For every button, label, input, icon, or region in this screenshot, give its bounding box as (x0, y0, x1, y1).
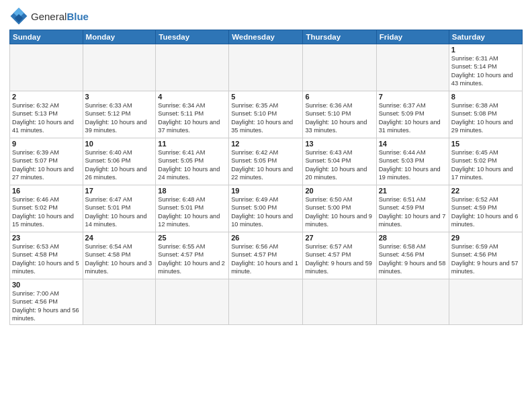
day-info: Sunrise: 6:41 AM Sunset: 5:05 PM Dayligh… (158, 148, 226, 182)
day-info: Sunrise: 6:31 AM Sunset: 5:14 PM Dayligh… (451, 54, 520, 88)
day-info: Sunrise: 6:45 AM Sunset: 5:02 PM Dayligh… (451, 148, 520, 182)
calendar-cell: 8Sunrise: 6:38 AM Sunset: 5:08 PM Daylig… (449, 91, 522, 138)
weekday-header-friday: Friday (376, 30, 449, 44)
day-number: 2 (12, 93, 81, 101)
day-info: Sunrise: 6:48 AM Sunset: 5:01 PM Dayligh… (158, 195, 226, 229)
day-number: 5 (231, 93, 300, 101)
day-number: 19 (231, 187, 300, 195)
day-number: 14 (379, 140, 447, 148)
calendar-cell: 23Sunrise: 6:53 AM Sunset: 4:58 PM Dayli… (10, 232, 83, 279)
day-number: 4 (158, 93, 226, 101)
day-number: 18 (158, 187, 226, 195)
day-info: Sunrise: 6:59 AM Sunset: 4:56 PM Dayligh… (451, 242, 520, 276)
calendar-cell (303, 44, 376, 91)
day-info: Sunrise: 6:40 AM Sunset: 5:06 PM Dayligh… (85, 148, 154, 182)
day-number: 27 (305, 234, 373, 242)
calendar-cell (156, 279, 229, 325)
calendar-cell: 16Sunrise: 6:46 AM Sunset: 5:02 PM Dayli… (10, 185, 83, 232)
calendar-cell: 24Sunrise: 6:54 AM Sunset: 4:58 PM Dayli… (83, 232, 156, 279)
calendar-cell: 7Sunrise: 6:37 AM Sunset: 5:09 PM Daylig… (376, 91, 449, 138)
weekday-header-row: SundayMondayTuesdayWednesdayThursdayFrid… (10, 30, 523, 44)
weekday-header-wednesday: Wednesday (229, 30, 303, 44)
calendar-cell: 22Sunrise: 6:52 AM Sunset: 4:59 PM Dayli… (449, 185, 522, 232)
day-number: 15 (451, 140, 520, 148)
day-number: 7 (379, 93, 447, 101)
weekday-header-saturday: Saturday (449, 30, 522, 44)
weekday-header-monday: Monday (83, 30, 156, 44)
calendar-cell (229, 44, 303, 91)
calendar-cell: 21Sunrise: 6:51 AM Sunset: 4:59 PM Dayli… (376, 185, 449, 232)
day-number: 11 (158, 140, 226, 148)
day-number: 16 (12, 187, 81, 195)
day-number: 25 (158, 234, 226, 242)
calendar-cell: 13Sunrise: 6:43 AM Sunset: 5:04 PM Dayli… (303, 138, 376, 185)
calendar-cell: 29Sunrise: 6:59 AM Sunset: 4:56 PM Dayli… (449, 232, 522, 279)
calendar-cell (376, 44, 449, 91)
calendar-cell (83, 279, 156, 325)
day-info: Sunrise: 6:36 AM Sunset: 5:10 PM Dayligh… (305, 101, 373, 135)
calendar-cell: 1Sunrise: 6:31 AM Sunset: 5:14 PM Daylig… (449, 44, 522, 91)
calendar-cell: 28Sunrise: 6:58 AM Sunset: 4:56 PM Dayli… (376, 232, 449, 279)
day-info: Sunrise: 6:43 AM Sunset: 5:04 PM Dayligh… (305, 148, 373, 182)
calendar-cell: 19Sunrise: 6:49 AM Sunset: 5:00 PM Dayli… (229, 185, 303, 232)
day-number: 3 (85, 93, 154, 101)
calendar-week-row: 30Sunrise: 7:00 AM Sunset: 4:56 PM Dayli… (10, 279, 523, 325)
calendar-cell: 18Sunrise: 6:48 AM Sunset: 5:01 PM Dayli… (156, 185, 229, 232)
day-info: Sunrise: 6:32 AM Sunset: 5:13 PM Dayligh… (12, 101, 81, 135)
day-number: 24 (85, 234, 154, 242)
calendar-cell (156, 44, 229, 91)
day-info: Sunrise: 6:33 AM Sunset: 5:12 PM Dayligh… (85, 101, 154, 135)
day-number: 6 (305, 93, 373, 101)
logo-text: GeneralBlue (31, 11, 89, 22)
calendar-week-row: 23Sunrise: 6:53 AM Sunset: 4:58 PM Dayli… (10, 232, 523, 279)
day-info: Sunrise: 6:50 AM Sunset: 5:00 PM Dayligh… (305, 195, 373, 229)
header: GeneralBlue (9, 7, 523, 26)
day-info: Sunrise: 6:37 AM Sunset: 5:09 PM Dayligh… (379, 101, 447, 135)
calendar-cell (376, 279, 449, 325)
day-info: Sunrise: 6:51 AM Sunset: 4:59 PM Dayligh… (379, 195, 447, 229)
day-info: Sunrise: 6:55 AM Sunset: 4:57 PM Dayligh… (158, 242, 226, 276)
calendar-cell: 30Sunrise: 7:00 AM Sunset: 4:56 PM Dayli… (10, 279, 83, 325)
calendar-cell (303, 279, 376, 325)
day-number: 1 (451, 46, 520, 54)
calendar-cell: 5Sunrise: 6:35 AM Sunset: 5:10 PM Daylig… (229, 91, 303, 138)
day-info: Sunrise: 6:44 AM Sunset: 5:03 PM Dayligh… (379, 148, 447, 182)
day-info: Sunrise: 6:35 AM Sunset: 5:10 PM Dayligh… (231, 101, 300, 135)
logo-icon (9, 7, 28, 26)
weekday-header-sunday: Sunday (10, 30, 83, 44)
day-number: 28 (379, 234, 447, 242)
calendar: SundayMondayTuesdayWednesdayThursdayFrid… (9, 30, 523, 325)
calendar-week-row: 16Sunrise: 6:46 AM Sunset: 5:02 PM Dayli… (10, 185, 523, 232)
weekday-header-thursday: Thursday (303, 30, 376, 44)
calendar-cell: 11Sunrise: 6:41 AM Sunset: 5:05 PM Dayli… (156, 138, 229, 185)
day-info: Sunrise: 6:39 AM Sunset: 5:07 PM Dayligh… (12, 148, 81, 182)
day-number: 8 (451, 93, 520, 101)
calendar-cell: 3Sunrise: 6:33 AM Sunset: 5:12 PM Daylig… (83, 91, 156, 138)
day-info: Sunrise: 6:49 AM Sunset: 5:00 PM Dayligh… (231, 195, 300, 229)
day-number: 13 (305, 140, 373, 148)
day-number: 30 (12, 281, 81, 289)
day-info: Sunrise: 6:38 AM Sunset: 5:08 PM Dayligh… (451, 101, 520, 135)
day-info: Sunrise: 6:54 AM Sunset: 4:58 PM Dayligh… (85, 242, 154, 276)
calendar-cell: 4Sunrise: 6:34 AM Sunset: 5:11 PM Daylig… (156, 91, 229, 138)
calendar-cell: 10Sunrise: 6:40 AM Sunset: 5:06 PM Dayli… (83, 138, 156, 185)
calendar-cell (10, 44, 83, 91)
day-number: 26 (231, 234, 300, 242)
day-number: 12 (231, 140, 300, 148)
weekday-header-tuesday: Tuesday (156, 30, 229, 44)
day-info: Sunrise: 7:00 AM Sunset: 4:56 PM Dayligh… (12, 289, 81, 323)
calendar-cell: 15Sunrise: 6:45 AM Sunset: 5:02 PM Dayli… (449, 138, 522, 185)
day-info: Sunrise: 6:34 AM Sunset: 5:11 PM Dayligh… (158, 101, 226, 135)
day-number: 10 (85, 140, 154, 148)
day-info: Sunrise: 6:56 AM Sunset: 4:57 PM Dayligh… (231, 242, 300, 276)
calendar-cell (83, 44, 156, 91)
calendar-cell: 2Sunrise: 6:32 AM Sunset: 5:13 PM Daylig… (10, 91, 83, 138)
day-number: 17 (85, 187, 154, 195)
day-info: Sunrise: 6:53 AM Sunset: 4:58 PM Dayligh… (12, 242, 81, 276)
calendar-cell (229, 279, 303, 325)
day-info: Sunrise: 6:58 AM Sunset: 4:56 PM Dayligh… (379, 242, 447, 276)
day-number: 22 (451, 187, 520, 195)
calendar-cell: 14Sunrise: 6:44 AM Sunset: 5:03 PM Dayli… (376, 138, 449, 185)
calendar-cell: 9Sunrise: 6:39 AM Sunset: 5:07 PM Daylig… (10, 138, 83, 185)
calendar-cell: 25Sunrise: 6:55 AM Sunset: 4:57 PM Dayli… (156, 232, 229, 279)
